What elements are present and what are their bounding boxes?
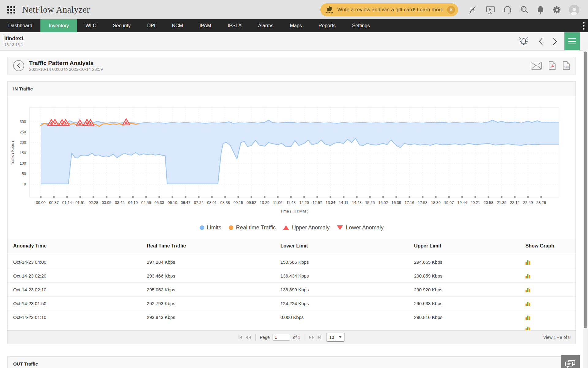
nav-item-ipsla[interactable]: IPSLA	[220, 19, 250, 32]
main-content: Traffic Pattern Analysis 2023-10-14 00:0…	[0, 57, 588, 368]
interface-titles: IfIndex1 13.13.13.1	[4, 36, 24, 47]
nav-item-alarms[interactable]: Alarms	[250, 19, 282, 32]
table-row: Oct-14-23 01:10293.943 Kbps0.000 Kbps290…	[8, 310, 575, 324]
col-upper-limit: Upper Limit	[414, 243, 526, 249]
demo-video-icon[interactable]	[485, 5, 495, 14]
legend-limits-label: Limits	[207, 224, 221, 231]
show-graph-icon[interactable]	[526, 314, 570, 320]
svg-text:22:49: 22:49	[523, 201, 533, 205]
panel-menu-button[interactable]	[564, 32, 580, 50]
nav-item-dashboard[interactable]: Dashboard	[0, 19, 40, 32]
cell-lower_limit: 150.566 Kbps	[281, 259, 414, 265]
review-banner[interactable]: ★★★ Write a review and win a gift card! …	[320, 3, 458, 16]
nav-overflow-kebab-icon[interactable]	[582, 19, 585, 32]
alarm-bell-icon[interactable]	[518, 36, 529, 47]
rocket-icon[interactable]	[469, 5, 478, 14]
nav-item-reports[interactable]: Reports	[310, 19, 344, 32]
anomaly-table-body: Oct-14-23 04:00297.284 Kbps150.566 Kbps2…	[8, 253, 575, 324]
nav-item-settings[interactable]: Settings	[344, 19, 378, 32]
last-page-icon[interactable]	[317, 335, 322, 339]
topbar-icons	[469, 5, 579, 15]
support-headset-icon[interactable]	[503, 5, 512, 14]
table-row: Oct-14-23 02:10295.052 Kbps138.899 Kbps2…	[8, 283, 575, 297]
col-lower-limit: Lower Limit	[281, 243, 414, 249]
page-of-text: of 1	[293, 335, 300, 340]
main-nav: DashboardInventoryWLCSecurityDPINCMIPAMI…	[0, 19, 588, 32]
svg-text:06:47: 06:47	[181, 201, 190, 205]
report-header: Traffic Pattern Analysis 2023-10-14 00:0…	[7, 57, 576, 75]
top-bar: NetFlow Analyzer ★★★ Write a review and …	[0, 0, 588, 19]
notifications-bell-icon[interactable]	[537, 5, 545, 14]
svg-text:06:10: 06:10	[168, 201, 177, 205]
cell-real_time_traffic: 293.943 Kbps	[147, 315, 280, 320]
legend-realtime[interactable]: Real time Traffic	[229, 224, 276, 231]
prev-interface-chevron-icon[interactable]	[538, 37, 543, 46]
show-graph-icon[interactable]	[526, 301, 570, 306]
realtime-marker-icon	[229, 225, 233, 230]
feedback-chat-button[interactable]	[561, 355, 580, 368]
svg-text:10:29: 10:29	[260, 201, 269, 205]
cell-upper_limit: 290.816 Kbps	[414, 315, 526, 320]
chevron-down-icon	[338, 336, 342, 338]
prev-page-icon[interactable]	[245, 335, 251, 339]
col-real-time-traffic: Real Time Traffic	[147, 243, 280, 249]
svg-text:03:05: 03:05	[102, 201, 111, 205]
show-graph-icon[interactable]	[526, 273, 570, 278]
legend-limits[interactable]: Limits	[200, 224, 221, 231]
view-range-text: View 1 - 8 of 8	[543, 335, 571, 340]
page-size-value: 10	[329, 335, 334, 340]
cell-real_time_traffic: 293.466 Kbps	[147, 273, 280, 278]
svg-text:01:14: 01:14	[62, 201, 72, 205]
svg-text:12:57: 12:57	[312, 201, 322, 205]
svg-text:07:24: 07:24	[194, 201, 203, 205]
svg-text:0: 0	[24, 182, 26, 186]
interface-header: IfIndex1 13.13.13.1	[0, 32, 588, 51]
svg-text:23:26: 23:26	[536, 201, 546, 205]
page-number-input[interactable]	[273, 334, 290, 341]
settings-gear-icon[interactable]	[552, 5, 561, 14]
cell-anomaly_time: Oct-14-23 04:00	[13, 259, 147, 265]
show-graph-icon[interactable]	[526, 287, 570, 292]
page-size-select[interactable]: 10	[326, 333, 345, 342]
export-pdf-icon[interactable]	[548, 61, 556, 70]
svg-text:02:28: 02:28	[89, 201, 98, 205]
cell-upper_limit: 290.920 Kbps	[414, 287, 526, 292]
banner-close-icon[interactable]: ✕	[447, 6, 455, 14]
legend-upper-anomaly[interactable]: Upper Anomaly	[283, 224, 330, 231]
svg-text:14:48: 14:48	[352, 201, 361, 205]
cell-upper_limit: 290.633 Kbps	[414, 301, 526, 306]
page-scrollbar-thumb[interactable]	[584, 52, 587, 328]
nav-item-dpi[interactable]: DPI	[139, 19, 164, 32]
interface-header-icons	[518, 36, 557, 47]
svg-text:18:30: 18:30	[431, 201, 440, 205]
first-page-icon[interactable]	[238, 335, 243, 339]
cell-upper_limit: 290.859 Kbps	[414, 273, 526, 278]
user-avatar[interactable]	[569, 5, 579, 15]
svg-text:16:02: 16:02	[378, 201, 388, 205]
lower-anomaly-marker-icon	[337, 225, 343, 230]
global-search-icon[interactable]	[520, 5, 529, 14]
show-graph-icon[interactable]	[526, 259, 570, 265]
back-button[interactable]	[13, 60, 24, 71]
interface-ip: 13.13.13.1	[4, 42, 24, 47]
traffic-pattern-chart[interactable]: 05010015020025030000:0000:3701:1401:5102…	[8, 96, 575, 216]
show-graph-icon[interactable]	[526, 325, 570, 330]
app-grid-icon[interactable]	[7, 5, 16, 14]
export-csv-icon[interactable]: CSV	[563, 61, 570, 70]
svg-text:05:33: 05:33	[154, 201, 164, 205]
cell-real_time_traffic: 295.052 Kbps	[147, 287, 280, 292]
next-interface-chevron-icon[interactable]	[552, 37, 557, 46]
svg-text:16:39: 16:39	[391, 201, 401, 205]
next-page-icon[interactable]	[308, 335, 315, 339]
nav-item-wlc[interactable]: WLC	[77, 19, 105, 32]
thumbs-up-icon: ★★★	[325, 6, 334, 14]
legend-lower-anomaly[interactable]: Lower Anomaly	[337, 224, 383, 231]
email-report-icon[interactable]	[531, 62, 542, 70]
nav-item-ncm[interactable]: NCM	[164, 19, 191, 32]
svg-text:250: 250	[20, 130, 26, 134]
nav-item-ipam[interactable]: IPAM	[191, 19, 220, 32]
nav-item-maps[interactable]: Maps	[282, 19, 310, 32]
nav-item-inventory[interactable]: Inventory	[40, 19, 77, 32]
nav-item-security[interactable]: Security	[105, 19, 139, 32]
app-title: NetFlow Analyzer	[22, 5, 90, 15]
